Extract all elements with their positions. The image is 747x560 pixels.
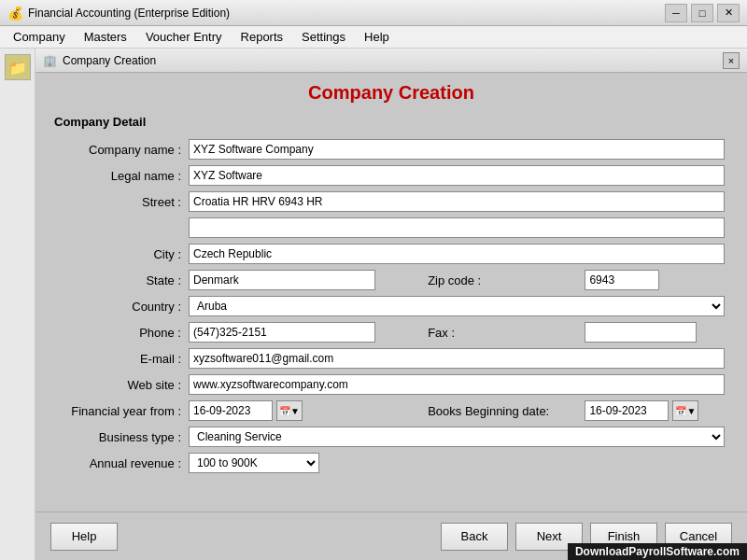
country-select[interactable]: Aruba Afghanistan Albania Algeria United…	[189, 296, 725, 316]
website-label: Web site :	[127, 378, 181, 392]
dialog-icon: 🏢	[43, 54, 57, 67]
fin-year-label: Financial year from :	[71, 404, 181, 418]
state-zip-row: State : Zip code :	[54, 267, 728, 293]
street2-input[interactable]	[189, 217, 725, 238]
close-button[interactable]: ✕	[717, 4, 740, 22]
business-type-row: Business type : Cleaning Service Manufac…	[54, 424, 728, 450]
street-row: Street :	[54, 189, 728, 215]
street-input[interactable]	[189, 191, 725, 212]
sidebar-icon: 📁	[5, 54, 31, 80]
annual-revenue-row: Annual revenue : 100 to 900K Less than 1…	[54, 450, 728, 476]
company-name-row: Company name :	[54, 136, 728, 162]
content-area: 🏢 Company Creation × Company Creation Co…	[35, 49, 747, 560]
fax-input[interactable]	[585, 322, 697, 343]
annual-revenue-select[interactable]: 100 to 900K Less than 100K 1M to 10M Mor…	[189, 453, 319, 473]
email-row: E-mail :	[54, 345, 728, 371]
title-bar: 💰 Financial Accounting (Enterprise Editi…	[0, 0, 747, 26]
dialog-close-button[interactable]: ×	[723, 52, 740, 69]
annual-revenue-label: Annual revenue :	[90, 456, 181, 470]
phone-fax-row: Phone : Fax :	[54, 319, 728, 345]
legal-name-row: Legal name :	[54, 162, 728, 189]
phone-label: Phone :	[139, 326, 181, 340]
state-label: State :	[146, 273, 181, 287]
zip-label: Zip code :	[428, 273, 481, 287]
menu-settings[interactable]: Settings	[292, 28, 355, 46]
email-label: E-mail :	[140, 352, 181, 366]
sidebar: 📁	[0, 49, 35, 560]
dialog-title-bar: 🏢 Company Creation ×	[35, 49, 747, 73]
street-label: Street :	[142, 195, 181, 209]
maximize-button[interactable]: □	[691, 4, 713, 22]
fin-year-input[interactable]	[189, 400, 273, 421]
company-name-label: Company name :	[89, 143, 181, 157]
menu-voucher-entry[interactable]: Voucher Entry	[136, 28, 232, 46]
books-begin-label: Books Beginning date:	[428, 404, 549, 418]
business-type-label: Business type :	[99, 430, 181, 444]
form-table: Company name : Legal name : Street :	[54, 136, 728, 476]
legal-name-label: Legal name :	[111, 169, 181, 183]
legal-name-input[interactable]	[189, 165, 725, 186]
email-input[interactable]	[189, 348, 725, 369]
city-input[interactable]	[189, 244, 725, 264]
back-button[interactable]: Back	[441, 523, 508, 551]
app-title: Financial Accounting (Enterprise Edition…	[28, 7, 230, 20]
company-name-input[interactable]	[189, 139, 725, 160]
country-row: Country : Aruba Afghanistan Albania Alge…	[54, 293, 728, 319]
menu-company[interactable]: Company	[4, 28, 75, 46]
dialog-content: Company Creation Company Detail Company …	[35, 73, 747, 511]
section-header: Company Detail	[54, 115, 728, 129]
city-label: City :	[153, 247, 181, 261]
zip-input[interactable]	[585, 270, 659, 290]
website-row: Web site :	[54, 371, 728, 398]
menu-reports[interactable]: Reports	[232, 28, 293, 46]
window-controls: ─ □ ✕	[665, 4, 740, 22]
country-label: Country :	[132, 300, 181, 314]
watermark: DownloadPayrollSoftware.com	[568, 543, 747, 560]
menu-masters[interactable]: Masters	[75, 28, 136, 46]
state-input[interactable]	[189, 270, 375, 290]
books-begin-calendar-btn[interactable]: 📅▼	[672, 400, 698, 421]
fin-year-calendar-btn[interactable]: 📅▼	[276, 400, 303, 421]
street2-row	[54, 215, 728, 241]
city-row: City :	[54, 241, 728, 267]
fax-label: Fax :	[428, 326, 455, 340]
menu-help[interactable]: Help	[355, 28, 399, 46]
help-button[interactable]: Help	[50, 523, 118, 551]
form-heading: Company Creation	[54, 82, 728, 104]
website-input[interactable]	[189, 374, 725, 395]
fin-year-row: Financial year from : 📅▼ Books Beginning…	[54, 398, 728, 424]
app-body: 📁 🏢 Company Creation × Company Creation …	[0, 49, 747, 560]
books-begin-input[interactable]	[585, 400, 669, 421]
minimize-button[interactable]: ─	[665, 4, 687, 22]
menu-bar: Company Masters Voucher Entry Reports Se…	[0, 26, 747, 49]
phone-input[interactable]	[189, 322, 375, 343]
app-icon: 💰	[7, 6, 22, 21]
dialog-title-text: Company Creation	[63, 54, 156, 67]
business-type-select[interactable]: Cleaning Service Manufacturing Retail Se…	[189, 427, 725, 447]
